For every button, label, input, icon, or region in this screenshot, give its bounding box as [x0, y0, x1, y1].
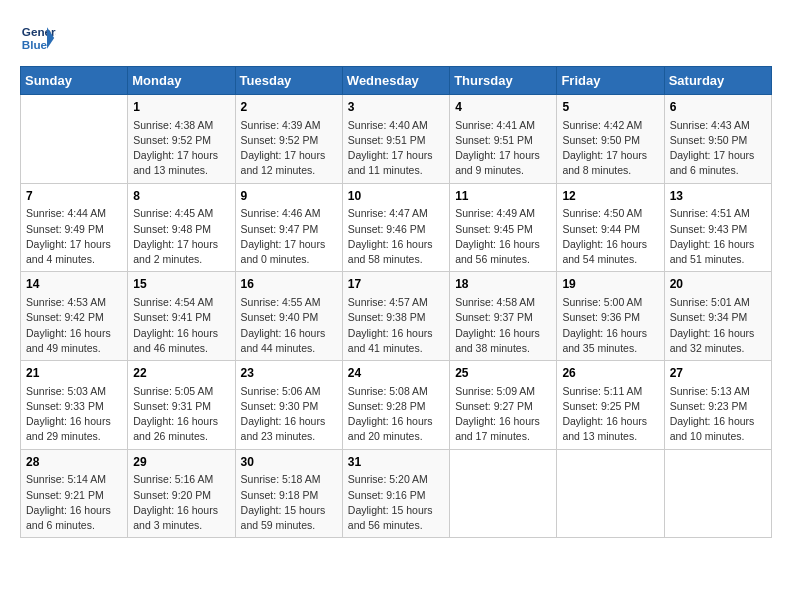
day-number: 19: [562, 276, 658, 293]
day-cell: 9Sunrise: 4:46 AM Sunset: 9:47 PM Daylig…: [235, 183, 342, 272]
day-number: 20: [670, 276, 766, 293]
day-cell: 10Sunrise: 4:47 AM Sunset: 9:46 PM Dayli…: [342, 183, 449, 272]
day-info: Sunrise: 4:53 AM Sunset: 9:42 PM Dayligh…: [26, 295, 122, 356]
day-info: Sunrise: 5:03 AM Sunset: 9:33 PM Dayligh…: [26, 384, 122, 445]
day-cell: [557, 449, 664, 538]
day-info: Sunrise: 4:45 AM Sunset: 9:48 PM Dayligh…: [133, 206, 229, 267]
day-cell: 6Sunrise: 4:43 AM Sunset: 9:50 PM Daylig…: [664, 95, 771, 184]
day-cell: 20Sunrise: 5:01 AM Sunset: 9:34 PM Dayli…: [664, 272, 771, 361]
day-cell: 30Sunrise: 5:18 AM Sunset: 9:18 PM Dayli…: [235, 449, 342, 538]
day-info: Sunrise: 5:16 AM Sunset: 9:20 PM Dayligh…: [133, 472, 229, 533]
logo: General Blue: [20, 20, 56, 56]
day-cell: 29Sunrise: 5:16 AM Sunset: 9:20 PM Dayli…: [128, 449, 235, 538]
day-number: 28: [26, 454, 122, 471]
day-info: Sunrise: 5:06 AM Sunset: 9:30 PM Dayligh…: [241, 384, 337, 445]
day-cell: 23Sunrise: 5:06 AM Sunset: 9:30 PM Dayli…: [235, 361, 342, 450]
day-info: Sunrise: 5:11 AM Sunset: 9:25 PM Dayligh…: [562, 384, 658, 445]
day-number: 22: [133, 365, 229, 382]
day-info: Sunrise: 4:46 AM Sunset: 9:47 PM Dayligh…: [241, 206, 337, 267]
day-cell: 31Sunrise: 5:20 AM Sunset: 9:16 PM Dayli…: [342, 449, 449, 538]
day-number: 23: [241, 365, 337, 382]
day-cell: 19Sunrise: 5:00 AM Sunset: 9:36 PM Dayli…: [557, 272, 664, 361]
weekday-header-sunday: Sunday: [21, 67, 128, 95]
day-cell: 24Sunrise: 5:08 AM Sunset: 9:28 PM Dayli…: [342, 361, 449, 450]
weekday-header-saturday: Saturday: [664, 67, 771, 95]
week-row-3: 14Sunrise: 4:53 AM Sunset: 9:42 PM Dayli…: [21, 272, 772, 361]
day-cell: 17Sunrise: 4:57 AM Sunset: 9:38 PM Dayli…: [342, 272, 449, 361]
day-info: Sunrise: 4:55 AM Sunset: 9:40 PM Dayligh…: [241, 295, 337, 356]
day-info: Sunrise: 4:42 AM Sunset: 9:50 PM Dayligh…: [562, 118, 658, 179]
day-info: Sunrise: 4:41 AM Sunset: 9:51 PM Dayligh…: [455, 118, 551, 179]
day-info: Sunrise: 4:50 AM Sunset: 9:44 PM Dayligh…: [562, 206, 658, 267]
day-number: 9: [241, 188, 337, 205]
day-number: 21: [26, 365, 122, 382]
day-cell: 12Sunrise: 4:50 AM Sunset: 9:44 PM Dayli…: [557, 183, 664, 272]
day-number: 3: [348, 99, 444, 116]
weekday-header-monday: Monday: [128, 67, 235, 95]
day-info: Sunrise: 4:38 AM Sunset: 9:52 PM Dayligh…: [133, 118, 229, 179]
day-info: Sunrise: 5:09 AM Sunset: 9:27 PM Dayligh…: [455, 384, 551, 445]
day-number: 10: [348, 188, 444, 205]
day-number: 24: [348, 365, 444, 382]
day-info: Sunrise: 4:51 AM Sunset: 9:43 PM Dayligh…: [670, 206, 766, 267]
day-info: Sunrise: 4:43 AM Sunset: 9:50 PM Dayligh…: [670, 118, 766, 179]
day-cell: 11Sunrise: 4:49 AM Sunset: 9:45 PM Dayli…: [450, 183, 557, 272]
day-info: Sunrise: 4:47 AM Sunset: 9:46 PM Dayligh…: [348, 206, 444, 267]
day-cell: 25Sunrise: 5:09 AM Sunset: 9:27 PM Dayli…: [450, 361, 557, 450]
day-number: 27: [670, 365, 766, 382]
day-number: 6: [670, 99, 766, 116]
day-cell: 7Sunrise: 4:44 AM Sunset: 9:49 PM Daylig…: [21, 183, 128, 272]
weekday-header-wednesday: Wednesday: [342, 67, 449, 95]
weekday-header-friday: Friday: [557, 67, 664, 95]
day-cell: 18Sunrise: 4:58 AM Sunset: 9:37 PM Dayli…: [450, 272, 557, 361]
day-number: 26: [562, 365, 658, 382]
day-info: Sunrise: 4:57 AM Sunset: 9:38 PM Dayligh…: [348, 295, 444, 356]
day-cell: 14Sunrise: 4:53 AM Sunset: 9:42 PM Dayli…: [21, 272, 128, 361]
logo-icon: General Blue: [20, 20, 56, 56]
day-info: Sunrise: 4:54 AM Sunset: 9:41 PM Dayligh…: [133, 295, 229, 356]
week-row-1: 1Sunrise: 4:38 AM Sunset: 9:52 PM Daylig…: [21, 95, 772, 184]
day-number: 8: [133, 188, 229, 205]
day-cell: [21, 95, 128, 184]
day-info: Sunrise: 5:01 AM Sunset: 9:34 PM Dayligh…: [670, 295, 766, 356]
day-number: 7: [26, 188, 122, 205]
day-info: Sunrise: 4:49 AM Sunset: 9:45 PM Dayligh…: [455, 206, 551, 267]
day-number: 17: [348, 276, 444, 293]
day-number: 11: [455, 188, 551, 205]
day-cell: 26Sunrise: 5:11 AM Sunset: 9:25 PM Dayli…: [557, 361, 664, 450]
day-number: 14: [26, 276, 122, 293]
day-info: Sunrise: 4:58 AM Sunset: 9:37 PM Dayligh…: [455, 295, 551, 356]
day-cell: 22Sunrise: 5:05 AM Sunset: 9:31 PM Dayli…: [128, 361, 235, 450]
day-cell: 13Sunrise: 4:51 AM Sunset: 9:43 PM Dayli…: [664, 183, 771, 272]
day-cell: 1Sunrise: 4:38 AM Sunset: 9:52 PM Daylig…: [128, 95, 235, 184]
day-number: 13: [670, 188, 766, 205]
day-info: Sunrise: 5:08 AM Sunset: 9:28 PM Dayligh…: [348, 384, 444, 445]
day-cell: 5Sunrise: 4:42 AM Sunset: 9:50 PM Daylig…: [557, 95, 664, 184]
weekday-header-thursday: Thursday: [450, 67, 557, 95]
page-header: General Blue: [20, 20, 772, 56]
day-info: Sunrise: 5:00 AM Sunset: 9:36 PM Dayligh…: [562, 295, 658, 356]
day-info: Sunrise: 5:18 AM Sunset: 9:18 PM Dayligh…: [241, 472, 337, 533]
day-number: 16: [241, 276, 337, 293]
day-number: 4: [455, 99, 551, 116]
day-cell: 21Sunrise: 5:03 AM Sunset: 9:33 PM Dayli…: [21, 361, 128, 450]
day-cell: 28Sunrise: 5:14 AM Sunset: 9:21 PM Dayli…: [21, 449, 128, 538]
day-number: 12: [562, 188, 658, 205]
week-row-5: 28Sunrise: 5:14 AM Sunset: 9:21 PM Dayli…: [21, 449, 772, 538]
weekday-header-tuesday: Tuesday: [235, 67, 342, 95]
day-number: 29: [133, 454, 229, 471]
day-number: 31: [348, 454, 444, 471]
day-cell: [450, 449, 557, 538]
day-number: 2: [241, 99, 337, 116]
day-number: 30: [241, 454, 337, 471]
day-cell: 16Sunrise: 4:55 AM Sunset: 9:40 PM Dayli…: [235, 272, 342, 361]
day-number: 18: [455, 276, 551, 293]
day-cell: 3Sunrise: 4:40 AM Sunset: 9:51 PM Daylig…: [342, 95, 449, 184]
day-cell: [664, 449, 771, 538]
day-info: Sunrise: 5:20 AM Sunset: 9:16 PM Dayligh…: [348, 472, 444, 533]
day-cell: 2Sunrise: 4:39 AM Sunset: 9:52 PM Daylig…: [235, 95, 342, 184]
day-info: Sunrise: 5:13 AM Sunset: 9:23 PM Dayligh…: [670, 384, 766, 445]
day-cell: 8Sunrise: 4:45 AM Sunset: 9:48 PM Daylig…: [128, 183, 235, 272]
day-info: Sunrise: 4:39 AM Sunset: 9:52 PM Dayligh…: [241, 118, 337, 179]
day-info: Sunrise: 4:44 AM Sunset: 9:49 PM Dayligh…: [26, 206, 122, 267]
